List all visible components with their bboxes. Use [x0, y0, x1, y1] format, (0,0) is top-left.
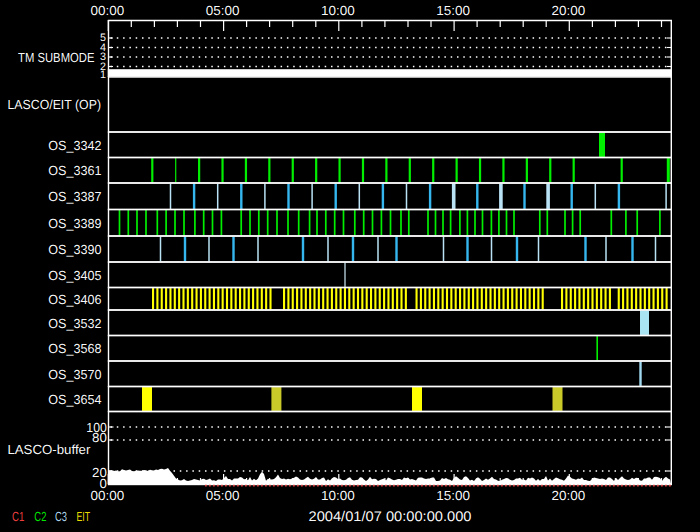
svg-text:OS_3532: OS_3532 — [48, 316, 101, 331]
svg-text:OS_3568: OS_3568 — [48, 341, 101, 356]
svg-text:1: 1 — [100, 69, 106, 81]
svg-text:00:00: 00:00 — [91, 3, 125, 18]
svg-text:OS_3390: OS_3390 — [48, 242, 101, 257]
svg-text:OS_3570: OS_3570 — [48, 367, 101, 382]
svg-text:05:00: 05:00 — [206, 3, 240, 18]
svg-text:10:00: 10:00 — [321, 3, 355, 18]
svg-text:C2: C2 — [34, 509, 46, 524]
svg-text:15:00: 15:00 — [436, 3, 470, 18]
svg-text:OS_3342: OS_3342 — [48, 138, 101, 153]
svg-text:15:00: 15:00 — [436, 488, 470, 503]
svg-text:00:00: 00:00 — [91, 488, 125, 503]
svg-text:C1: C1 — [12, 509, 24, 524]
svg-text:C3: C3 — [55, 509, 67, 524]
svg-text:TM SUBMODE: TM SUBMODE — [18, 50, 95, 65]
svg-text:OS_3405: OS_3405 — [48, 268, 101, 283]
svg-text:80: 80 — [92, 430, 107, 445]
svg-text:2004/01/07 00:00:00.000: 2004/01/07 00:00:00.000 — [309, 508, 472, 524]
svg-text:OS_3387: OS_3387 — [48, 189, 101, 204]
svg-text:EIT: EIT — [76, 509, 90, 524]
svg-text:OS_3406: OS_3406 — [48, 292, 101, 307]
svg-text:OS_3389: OS_3389 — [48, 216, 101, 231]
svg-text:LASCO-buffer: LASCO-buffer — [7, 442, 91, 457]
svg-text:20:00: 20:00 — [552, 488, 586, 503]
svg-text:10:00: 10:00 — [321, 488, 355, 503]
svg-text:05:00: 05:00 — [206, 488, 240, 503]
svg-text:20:00: 20:00 — [552, 3, 586, 18]
svg-text:OS_3361: OS_3361 — [48, 163, 101, 178]
svg-text:LASCO/EIT (OP): LASCO/EIT (OP) — [8, 97, 102, 112]
svg-text:OS_3654: OS_3654 — [48, 392, 101, 407]
